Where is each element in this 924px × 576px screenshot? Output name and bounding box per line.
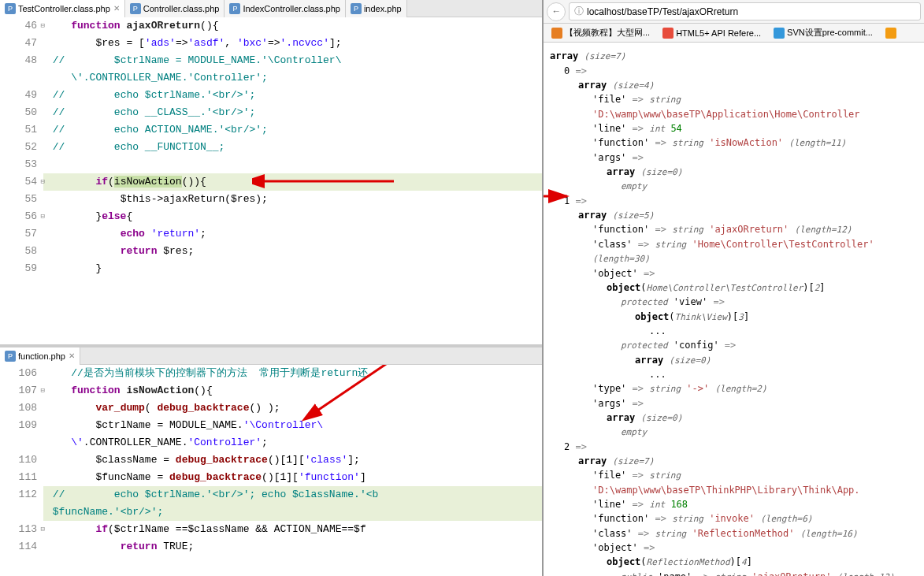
code-line[interactable]: 52 // echo __FUNCTION__;: [0, 139, 542, 156]
code-line[interactable]: 50 // echo __CLASS__.'<br/>';: [0, 104, 542, 121]
code-line[interactable]: 49 // echo $ctrlName.'<br/>';: [0, 87, 542, 104]
editor-tab[interactable]: Pindex.php: [346, 0, 407, 17]
line-text: $funcName = debug_backtrace()[1]['functi…: [43, 469, 542, 486]
code-line[interactable]: 106 //是否为当前模块下的控制器下的方法 常用于判断是return还: [0, 365, 542, 382]
php-file-icon: P: [351, 3, 362, 14]
bookmark-icon: [551, 28, 562, 39]
code-line[interactable]: 51 // echo ACTION_NAME.'<br/>';: [0, 121, 542, 139]
line-text: $this->ajaxReturn($res);: [43, 191, 542, 208]
line-text: //是否为当前模块下的控制器下的方法 常用于判断是return还: [43, 365, 542, 382]
code-line[interactable]: 46⊟ function ajaxORreturn(){: [0, 17, 542, 35]
bookmark-label: SVN设置pre-commit...: [787, 27, 873, 39]
line-number: 52: [0, 139, 43, 156]
top-tab-bar: PTestController.class.php✕PController.cl…: [0, 0, 542, 17]
editor-tab[interactable]: PTestController.class.php✕: [0, 0, 125, 17]
info-icon: ⓘ: [574, 5, 584, 18]
code-line[interactable]: 57 echo 'return';: [0, 225, 542, 243]
bookmark-item[interactable]: 【视频教程】大型网...: [547, 25, 655, 40]
ide-panel: PTestController.class.php✕PController.cl…: [0, 0, 544, 576]
line-text: }else{: [43, 208, 542, 225]
tab-label: TestController.class.php: [18, 4, 110, 13]
php-file-icon: P: [229, 3, 240, 14]
bookmark-label: HTML5+ API Refere...: [676, 28, 761, 38]
bookmark-label: 【视频教程】大型网...: [565, 27, 650, 39]
line-number: 46⊟: [0, 17, 43, 35]
line-text: $funcName.'<br/>';: [43, 504, 542, 521]
code-line[interactable]: 111 $funcName = debug_backtrace()[1]['fu…: [0, 469, 542, 486]
line-number: 112: [0, 486, 43, 504]
code-line[interactable]: \'.CONTROLLER_NAME.'Controller';: [0, 434, 542, 452]
line-number: 108: [0, 399, 43, 417]
bookmark-item[interactable]: HTML5+ API Refere...: [658, 26, 766, 40]
fold-icon[interactable]: ⊟: [41, 382, 45, 399]
code-line[interactable]: \'.CONTROLLER_NAME.'Controller';: [0, 69, 542, 87]
line-text: \'.CONTROLLER_NAME.'Controller';: [43, 69, 542, 87]
line-text: function ajaxORreturn(){: [43, 17, 542, 35]
fold-icon[interactable]: ⊟: [41, 208, 45, 225]
line-number: 50: [0, 104, 43, 121]
bottom-editor-container: Pfunction.php✕ 106 //是否为当前模块下的控制器下的方法 常用…: [0, 347, 542, 576]
code-line[interactable]: 59 }: [0, 260, 542, 277]
editor-tab[interactable]: Pfunction.php✕: [0, 347, 80, 365]
code-line[interactable]: 56⊟ }else{: [0, 208, 542, 225]
editor-tab[interactable]: PController.class.php: [125, 0, 225, 17]
code-line[interactable]: 114 return TRUE;: [0, 538, 542, 556]
bottom-editor[interactable]: 106 //是否为当前模块下的控制器下的方法 常用于判断是return还107⊟…: [0, 365, 542, 576]
code-line[interactable]: 107⊟ function isNowAction(){: [0, 382, 542, 399]
url-text: localhost/baseTP/Test/ajaxORreturn: [587, 6, 738, 17]
line-text: // echo __CLASS__.'<br/>';: [43, 104, 542, 121]
line-number: [0, 69, 43, 87]
fold-icon[interactable]: ⊟: [41, 521, 45, 538]
back-button[interactable]: ←: [547, 2, 566, 21]
line-number: 56⊟: [0, 208, 43, 225]
bookmark-item[interactable]: SVN设置pre-commit...: [769, 25, 878, 40]
line-text: \'.CONTROLLER_NAME.'Controller';: [43, 434, 542, 452]
code-line[interactable]: 54⊟ if(isNowAction()){: [0, 173, 542, 191]
line-text: if($ctrlName ==$className && ACTION_NAME…: [43, 521, 542, 538]
bottom-tab-bar: Pfunction.php✕: [0, 347, 542, 365]
line-number: 48: [0, 52, 43, 69]
fold-icon[interactable]: ⊟: [41, 17, 45, 35]
browser-toolbar: ← ⓘ localhost/baseTP/Test/ajaxORreturn: [544, 0, 924, 24]
line-text: }: [43, 260, 542, 277]
line-number: 54⊟: [0, 173, 43, 191]
line-text: echo 'return';: [43, 225, 542, 243]
line-text: // echo $ctrlName.'<br/>';: [43, 87, 542, 104]
tab-label: IndexController.class.php: [243, 4, 340, 13]
fold-icon[interactable]: ⊟: [41, 173, 45, 191]
line-number: 58: [0, 243, 43, 260]
bookmark-item[interactable]: [881, 26, 904, 40]
close-icon[interactable]: ✕: [113, 4, 120, 13]
editor-tab[interactable]: PIndexController.class.php: [225, 0, 346, 17]
close-icon[interactable]: ✕: [69, 351, 75, 360]
bookmarks-bar: 【视频教程】大型网...HTML5+ API Refere...SVN设置pre…: [544, 24, 924, 43]
code-line[interactable]: 113⊟ if($ctrlName ==$className && ACTION…: [0, 521, 542, 538]
code-line[interactable]: 55 $this->ajaxReturn($res);: [0, 191, 542, 208]
url-bar[interactable]: ⓘ localhost/baseTP/Test/ajaxORreturn: [569, 2, 921, 20]
line-number: 57: [0, 225, 43, 243]
line-text: return TRUE;: [43, 538, 542, 556]
line-text: // echo ACTION_NAME.'<br/>';: [43, 121, 542, 139]
code-line[interactable]: 58 return $res;: [0, 243, 542, 260]
browser-content[interactable]: array (size=7) 0 => array (size=4) 'file…: [544, 43, 924, 576]
line-text: if(isNowAction()){: [43, 173, 542, 191]
line-number: [0, 504, 43, 521]
tab-label: Controller.class.php: [143, 4, 220, 13]
code-line[interactable]: 110 $className = debug_backtrace()[1]['c…: [0, 452, 542, 469]
line-text: [43, 156, 542, 173]
line-number: 53: [0, 156, 43, 173]
php-file-icon: P: [130, 3, 141, 14]
code-line[interactable]: 109 $ctrlName = MODULE_NAME.'\Controller…: [0, 417, 542, 434]
line-number: 113⊟: [0, 521, 43, 538]
line-number: 59: [0, 260, 43, 277]
bookmark-icon: [774, 28, 785, 39]
code-line[interactable]: $funcName.'<br/>';: [0, 504, 542, 521]
line-number: 106: [0, 365, 43, 382]
code-line[interactable]: 108 var_dump( debug_backtrace() );: [0, 399, 542, 417]
code-line[interactable]: 112 // echo $ctrlName.'<br/>'; echo $cla…: [0, 486, 542, 504]
code-line[interactable]: 53: [0, 156, 542, 173]
top-editor[interactable]: 46⊟ function ajaxORreturn(){47 $res = ['…: [0, 17, 542, 344]
code-line[interactable]: 47 $res = ['ads'=>'asdf', 'bxc'=>'.ncvcc…: [0, 35, 542, 52]
code-line[interactable]: 48 // $ctrlName = MODULE_NAME.'\Controll…: [0, 52, 542, 69]
line-number: 114: [0, 538, 43, 556]
